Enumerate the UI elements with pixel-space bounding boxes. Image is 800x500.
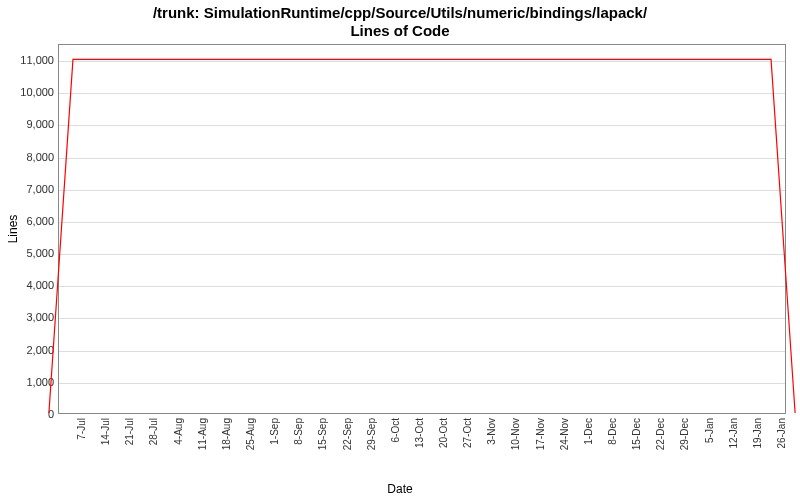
x-tick-label: 8-Dec xyxy=(607,418,618,445)
title-line-2: Lines of Code xyxy=(350,22,449,39)
y-tick-label: 4,000 xyxy=(0,279,54,291)
x-tick-label: 26-Jan xyxy=(776,418,787,449)
x-tick-label: 4-Aug xyxy=(173,418,184,445)
x-tick-label: 25-Aug xyxy=(245,418,256,450)
x-tick-label: 13-Oct xyxy=(414,418,425,448)
x-tick-label: 10-Nov xyxy=(510,418,521,450)
x-tick-label: 20-Oct xyxy=(438,418,449,448)
x-tick-label: 11-Aug xyxy=(197,418,208,450)
y-tick-label: 2,000 xyxy=(0,344,54,356)
chart-title: /trunk: SimulationRuntime/cpp/Source/Uti… xyxy=(0,0,800,40)
x-tick-label: 19-Jan xyxy=(752,418,763,449)
y-tick-label: 0 xyxy=(0,408,54,420)
y-tick-label: 11,000 xyxy=(0,54,54,66)
x-tick-label: 15-Sep xyxy=(317,418,328,450)
y-tick-label: 5,000 xyxy=(0,247,54,259)
x-tick-label: 29-Dec xyxy=(679,418,690,450)
plot-area xyxy=(58,44,786,414)
x-tick-label: 14-Jul xyxy=(100,418,111,445)
x-tick-label: 7-Jul xyxy=(76,418,87,440)
x-tick-label: 15-Dec xyxy=(631,418,642,450)
x-tick-label: 8-Sep xyxy=(293,418,304,445)
x-tick-label: 22-Dec xyxy=(655,418,666,450)
x-tick-label: 1-Sep xyxy=(269,418,280,445)
x-tick-label: 28-Jul xyxy=(148,418,159,445)
x-tick-label: 24-Nov xyxy=(559,418,570,450)
y-tick-label: 6,000 xyxy=(0,215,54,227)
title-line-1: /trunk: SimulationRuntime/cpp/Source/Uti… xyxy=(153,4,647,21)
x-tick-label: 27-Oct xyxy=(462,418,473,448)
chart-container: /trunk: SimulationRuntime/cpp/Source/Uti… xyxy=(0,0,800,500)
x-tick-label: 18-Aug xyxy=(221,418,232,450)
y-tick-label: 7,000 xyxy=(0,183,54,195)
y-tick-label: 9,000 xyxy=(0,118,54,130)
y-tick-label: 10,000 xyxy=(0,86,54,98)
x-tick-label: 22-Sep xyxy=(342,418,353,450)
y-tick-label: 8,000 xyxy=(0,151,54,163)
data-line xyxy=(59,45,785,413)
x-tick-label: 6-Oct xyxy=(390,418,401,442)
x-tick-label: 12-Jan xyxy=(728,418,739,449)
x-tick-label: 3-Nov xyxy=(486,418,497,445)
y-tick-label: 3,000 xyxy=(0,311,54,323)
x-tick-label: 29-Sep xyxy=(366,418,377,450)
x-tick-label: 1-Dec xyxy=(583,418,594,445)
x-tick-label: 17-Nov xyxy=(535,418,546,450)
y-tick-label: 1,000 xyxy=(0,376,54,388)
x-axis-label: Date xyxy=(0,482,800,496)
x-tick-label: 5-Jan xyxy=(704,418,715,443)
x-tick-label: 21-Jul xyxy=(124,418,135,445)
